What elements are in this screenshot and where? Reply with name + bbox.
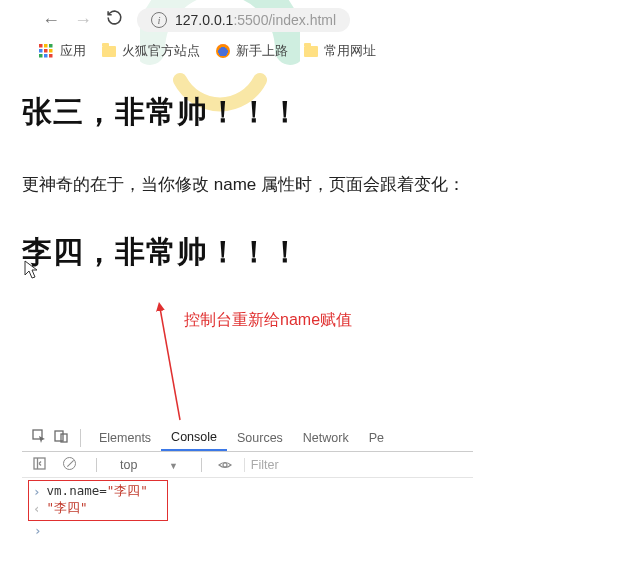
tab-console[interactable]: Console	[161, 424, 227, 451]
apps-button[interactable]: 应用	[38, 42, 86, 60]
console-line-output: ‹ "李四"	[33, 500, 163, 517]
reload-button[interactable]	[106, 9, 123, 31]
svg-rect-4	[44, 49, 48, 53]
code-token: =	[99, 483, 107, 498]
firefox-icon	[216, 44, 230, 58]
svg-rect-8	[49, 54, 53, 58]
description-text: 更神奇的在于，当你修改 name 属性时，页面会跟着变化：	[22, 173, 611, 196]
heading-original: 张三，非常帅！！！	[22, 92, 611, 133]
inspect-element-icon[interactable]	[28, 429, 50, 446]
highlighted-console-lines: › vm.name="李四" ‹ "李四"	[28, 480, 168, 521]
context-selector[interactable]: top ▼	[113, 457, 185, 473]
address-bar[interactable]: i 127.0.0.1:5500/index.html	[137, 8, 350, 32]
tab-elements[interactable]: Elements	[89, 424, 161, 451]
apps-icon	[38, 43, 54, 59]
annotation-label: 控制台重新给name赋值	[184, 310, 352, 331]
bookmark-label: 火狐官方站点	[122, 42, 200, 60]
output-prompt-icon: ‹	[33, 501, 41, 516]
svg-rect-3	[39, 49, 43, 53]
heading-updated: 李四，非常帅！！！	[22, 232, 611, 273]
browser-toolbar: ← → i 127.0.0.1:5500/index.html	[0, 0, 633, 36]
console-line-input: › vm.name="李四"	[33, 483, 163, 500]
folder-icon	[304, 46, 318, 57]
console-output: › vm.name="李四" ‹ "李四" ›	[22, 478, 473, 544]
svg-rect-6	[39, 54, 43, 58]
code-token: .	[62, 483, 70, 498]
folder-icon	[102, 46, 116, 57]
bookmark-common-sites[interactable]: 常用网址	[304, 42, 376, 60]
input-prompt-icon: ›	[33, 484, 41, 499]
svg-rect-7	[44, 54, 48, 58]
code-token: name	[69, 483, 99, 498]
back-button[interactable]: ←	[42, 11, 60, 29]
code-token: "李四"	[47, 500, 88, 517]
site-info-icon[interactable]: i	[151, 12, 167, 28]
console-toolbar: top ▼ Filter	[22, 452, 473, 478]
live-expression-icon[interactable]	[218, 458, 232, 472]
tab-sources[interactable]: Sources	[227, 424, 293, 451]
svg-rect-11	[55, 431, 63, 441]
bookmark-getting-started[interactable]: 新手上路	[216, 42, 288, 60]
bookmark-label: 新手上路	[236, 42, 288, 60]
code-token: vm	[47, 483, 62, 498]
context-label: top	[120, 458, 137, 472]
svg-point-15	[223, 463, 227, 467]
devtools-panel: Elements Console Sources Network Pe top …	[22, 424, 473, 544]
apps-label: 应用	[60, 42, 86, 60]
svg-rect-1	[44, 44, 48, 48]
devtools-tabs: Elements Console Sources Network Pe	[22, 424, 473, 452]
filter-input[interactable]: Filter	[244, 458, 285, 472]
svg-rect-0	[39, 44, 43, 48]
svg-rect-2	[49, 44, 53, 48]
bookmark-firefox-site[interactable]: 火狐官方站点	[102, 42, 200, 60]
tab-performance[interactable]: Pe	[359, 424, 394, 451]
svg-rect-5	[49, 49, 53, 53]
console-input-prompt[interactable]: ›	[28, 523, 467, 538]
page-content: 张三，非常帅！！！ 更神奇的在于，当你修改 name 属性时，页面会跟着变化： …	[0, 68, 633, 273]
svg-line-9	[160, 308, 180, 420]
chevron-down-icon: ▼	[169, 461, 178, 471]
tab-network[interactable]: Network	[293, 424, 359, 451]
url-text: 127.0.0.1:5500/index.html	[175, 12, 336, 28]
bookmarks-bar: 应用 火狐官方站点 新手上路 常用网址	[0, 36, 633, 68]
forward-button[interactable]: →	[74, 11, 92, 29]
clear-console-icon[interactable]	[58, 457, 80, 473]
bookmark-label: 常用网址	[324, 42, 376, 60]
code-token: "李四"	[107, 483, 148, 498]
device-toolbar-icon[interactable]	[50, 429, 72, 446]
console-sidebar-icon[interactable]	[28, 457, 50, 473]
